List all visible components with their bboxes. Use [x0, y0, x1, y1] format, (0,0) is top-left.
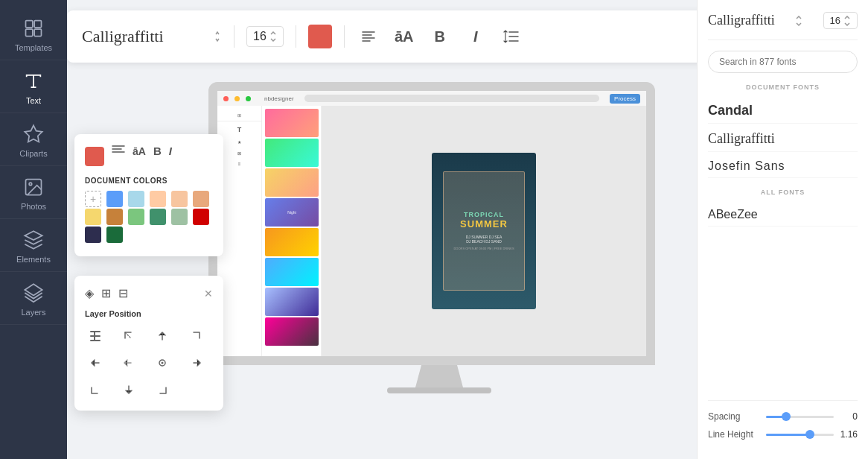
- color-cell-darkorange[interactable]: [106, 209, 123, 225]
- color-cell-darkgreen[interactable]: [150, 209, 166, 225]
- process-btn[interactable]: Process: [610, 94, 640, 104]
- font-abee-item[interactable]: ABeeZee: [708, 203, 858, 227]
- font-candal-item[interactable]: Candal: [708, 98, 858, 124]
- panel-colors: āA B I DOCUMENT COLORS +: [74, 134, 223, 256]
- panel-bold-button[interactable]: B: [153, 145, 162, 157]
- layers-icons: ◈ ⊞ ⊟: [85, 286, 128, 300]
- layers-stack-icon[interactable]: ⊞: [101, 286, 111, 300]
- font-josefin-item[interactable]: Josefin Sans: [708, 155, 858, 178]
- arrow-left-icon[interactable]: [85, 352, 106, 373]
- right-font-size-value: 16: [830, 15, 840, 26]
- font-size-value: 16: [253, 30, 267, 43]
- spacing-slider[interactable]: [766, 416, 834, 418]
- color-cell-green[interactable]: [128, 209, 144, 225]
- font-selector-chevrons: [213, 31, 222, 42]
- panel-toolbar: āA B I: [112, 145, 172, 157]
- sidebar-item-templates-label: Templates: [15, 43, 52, 52]
- right-font-size[interactable]: 16: [823, 12, 858, 29]
- monitor-top-bar: nbdesigner Process: [217, 91, 646, 106]
- poster-title: TROPICALSUMMER: [460, 212, 508, 230]
- template-thumb-3[interactable]: [265, 168, 319, 197]
- right-font-selector[interactable]: Calligraffitti: [708, 13, 775, 28]
- align-left-button[interactable]: [357, 25, 380, 48]
- template-thumb-7[interactable]: [265, 288, 319, 316]
- font-size-input[interactable]: 16: [246, 26, 284, 47]
- divider-3: [344, 25, 345, 48]
- poster-preview: TROPICALSUMMER DJ SUMMER DJ SEADJ BEACH …: [432, 153, 536, 309]
- monitor-base: [387, 387, 491, 393]
- svg-rect-11: [94, 331, 95, 341]
- svg-rect-0: [26, 21, 33, 28]
- sidebar-item-templates[interactable]: Templates: [0, 7, 67, 60]
- template-thumb-1[interactable]: [265, 109, 319, 137]
- template-thumb-5[interactable]: [265, 228, 319, 256]
- monitor-templates-list: Night: [262, 106, 322, 356]
- panel-text-size-button[interactable]: āA: [133, 145, 146, 157]
- center-icon[interactable]: [152, 352, 173, 373]
- move-bottom-right-icon[interactable]: [152, 379, 173, 400]
- monitor-sidebar-star: ★: [236, 138, 243, 146]
- spacing-value: 0: [840, 411, 858, 422]
- sidebar-item-text[interactable]: Text: [0, 60, 67, 113]
- color-cell-lightblue[interactable]: [128, 191, 144, 207]
- svg-rect-2: [26, 29, 33, 36]
- color-cell-forestgreen[interactable]: [106, 227, 123, 243]
- svg-point-13: [162, 362, 164, 364]
- monitor-canvas: Free-Plums.ru TROPICALSUMMER DJ SUMMER D…: [322, 106, 646, 356]
- template-thumb-2[interactable]: [265, 139, 319, 167]
- spacing-slider-thumb[interactable]: [782, 412, 791, 421]
- color-cell-orange[interactable]: [171, 191, 188, 207]
- template-thumb-4[interactable]: Night: [265, 198, 319, 227]
- text-icon: [23, 71, 44, 92]
- right-font-size-chevrons: [843, 16, 851, 26]
- sidebar-item-elements-label: Elements: [16, 255, 51, 264]
- move-left-icon[interactable]: [118, 352, 139, 373]
- text-color-swatch[interactable]: [308, 25, 332, 48]
- font-selector[interactable]: Calligraffitti: [82, 27, 201, 46]
- text-size-button[interactable]: āA: [392, 25, 416, 48]
- color-cell-brown[interactable]: [193, 191, 209, 207]
- template-thumb-6[interactable]: [265, 258, 319, 286]
- line-height-slider-thumb[interactable]: [805, 430, 814, 439]
- color-cell-blue[interactable]: [106, 191, 123, 207]
- right-font-chevrons: [794, 15, 803, 27]
- panel-italic-button[interactable]: I: [169, 145, 172, 157]
- move-right-icon[interactable]: [185, 352, 206, 373]
- panel-close-button[interactable]: ✕: [204, 288, 213, 300]
- active-color-swatch[interactable]: [85, 147, 104, 166]
- grid-icon[interactable]: ⊟: [118, 286, 128, 300]
- sidebar-item-cliparts[interactable]: Cliparts: [0, 113, 67, 166]
- move-bottom-left-icon[interactable]: [85, 379, 106, 400]
- sidebar-item-photos[interactable]: Photos: [0, 166, 67, 219]
- sidebar-item-layers[interactable]: Layers: [0, 272, 67, 325]
- color-cell-navy[interactable]: [85, 227, 101, 243]
- doc-colors-label: DOCUMENT COLORS: [85, 177, 213, 185]
- arrow-down-icon[interactable]: [118, 379, 139, 400]
- add-color-button[interactable]: +: [85, 191, 101, 207]
- line-height-slider[interactable]: [766, 434, 834, 436]
- font-calli-item[interactable]: Calligraffitti: [708, 127, 858, 152]
- line-height-button[interactable]: [500, 25, 523, 48]
- monitor-content: ⊞ T ★ ⊠ ≡ Night: [217, 106, 646, 356]
- sidebar-item-elements[interactable]: Elements: [0, 219, 67, 272]
- font-size-chevrons: [269, 31, 277, 42]
- panel-align-button[interactable]: [112, 145, 125, 157]
- color-cell-lightgreen[interactable]: [171, 209, 188, 225]
- monitor-stand: [409, 365, 469, 387]
- color-cell-peach[interactable]: [150, 191, 166, 207]
- align-center-icon[interactable]: [85, 326, 106, 346]
- move-top-left-icon[interactable]: [118, 326, 139, 346]
- arrow-up-icon[interactable]: [152, 326, 173, 346]
- move-top-right-icon[interactable]: [185, 326, 206, 346]
- monitor-sidebar-layers: ≡: [237, 160, 243, 168]
- fill-icon[interactable]: ◈: [85, 286, 94, 300]
- search-fonts-input[interactable]: [708, 51, 858, 73]
- color-cell-red[interactable]: [193, 209, 209, 225]
- italic-button[interactable]: I: [464, 25, 488, 48]
- layer-position-title: Layer Position: [85, 309, 213, 318]
- color-cell-yellow[interactable]: [85, 209, 101, 225]
- panel-colors-top: āA B I: [85, 145, 213, 168]
- divider-1: [234, 25, 234, 48]
- bold-button[interactable]: B: [428, 25, 452, 48]
- template-thumb-8[interactable]: [265, 317, 319, 346]
